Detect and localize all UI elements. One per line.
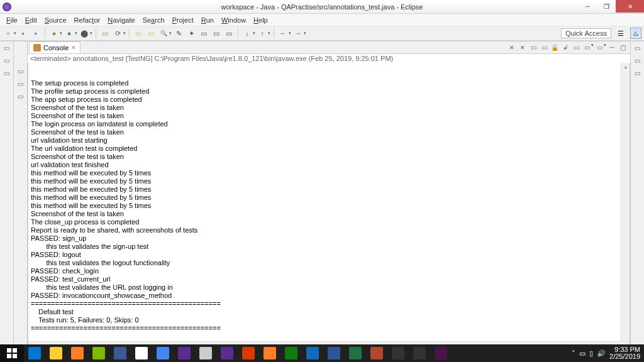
taskbar-app[interactable] <box>259 344 280 362</box>
dropdown-icon[interactable]: ▾ <box>60 31 62 36</box>
console-output[interactable]: The setup process is completedThe profil… <box>28 63 630 351</box>
remove-all-button[interactable]: ▭ <box>528 43 538 53</box>
taskbar-app[interactable] <box>109 344 131 362</box>
menu-help[interactable]: Help <box>250 16 272 24</box>
menu-project[interactable]: Project <box>169 16 197 24</box>
dropdown-icon[interactable]: ▾ <box>304 31 306 36</box>
taskbar-app[interactable] <box>88 344 109 362</box>
tray-up-icon[interactable]: ˄ <box>572 349 575 358</box>
terminate-button[interactable] <box>507 43 517 53</box>
minimize-view-button[interactable]: ─ <box>607 43 617 53</box>
menu-navigate[interactable]: Navigate <box>104 16 138 24</box>
toggle-button[interactable]: ✎ <box>173 28 184 39</box>
scroll-lock-button[interactable]: 🔒 <box>550 43 560 53</box>
maximize-button[interactable]: ❐ <box>597 0 616 13</box>
close-tab-icon[interactable]: ✕ <box>71 45 76 51</box>
taskbar-app[interactable] <box>216 344 238 362</box>
menu-run[interactable]: Run <box>197 16 218 24</box>
task-list-icon[interactable]: ▭ <box>633 56 642 65</box>
display-console-button[interactable]: ▭ <box>582 43 592 53</box>
perspective-java-ee[interactable]: ☰ <box>615 28 626 39</box>
search-button[interactable] <box>158 28 169 39</box>
taskbar-app[interactable] <box>45 344 67 362</box>
taskbar-app[interactable] <box>323 344 345 362</box>
taskbar-app[interactable] <box>195 344 216 362</box>
save-all-button[interactable] <box>30 28 42 39</box>
dropdown-icon[interactable]: ▾ <box>289 31 291 36</box>
open-task-button[interactable] <box>145 28 157 39</box>
taskbar-app[interactable] <box>238 344 259 362</box>
maximize-view-button[interactable]: ▢ <box>618 43 628 53</box>
wand-button[interactable]: ✦ <box>186 28 197 39</box>
taskbar-app[interactable] <box>152 344 174 362</box>
outline-icon[interactable]: ▭ <box>633 69 642 77</box>
menu-search[interactable]: Search <box>139 16 169 24</box>
console-line: this method will be executed by 5 times <box>31 202 627 210</box>
forward-button[interactable]: → <box>292 28 304 39</box>
next-annotation-button[interactable]: ↓ <box>242 28 253 39</box>
dropdown-icon[interactable]: ▾ <box>169 31 172 36</box>
open-console-button[interactable]: ▭ <box>594 43 604 53</box>
start-button[interactable] <box>0 344 24 362</box>
dropdown-icon[interactable]: ▾ <box>90 31 92 36</box>
system-tray[interactable]: ˄ ▭ ▯ 🔊 9:33 PM 2/25/2019 <box>572 346 644 360</box>
quick-access[interactable]: Quick Access <box>561 28 611 38</box>
taskbar-app[interactable] <box>409 344 430 362</box>
menu-bar: File Edit Source Refactor Navigate Searc… <box>0 14 644 26</box>
dropdown-icon[interactable]: ▾ <box>14 31 16 36</box>
package-explorer-icon[interactable]: ▭ <box>3 56 11 65</box>
taskbar-app[interactable] <box>280 344 302 362</box>
taskbar-app[interactable] <box>67 344 88 362</box>
taskbar-app[interactable] <box>302 344 323 362</box>
vertical-scrollbar[interactable]: ▴ <box>621 63 630 341</box>
menu-window[interactable]: Window <box>218 16 250 24</box>
tab-console[interactable]: Console ✕ <box>29 41 80 53</box>
shift-right-button[interactable]: ▭ <box>211 28 222 39</box>
menu-source[interactable]: Source <box>41 16 70 24</box>
restore-icon[interactable]: ▭ <box>16 67 25 75</box>
taskbar-app[interactable] <box>24 344 45 362</box>
volume-icon[interactable]: 🔊 <box>597 349 606 358</box>
javadoc-icon[interactable]: ▭ <box>16 92 25 101</box>
clear-console-button[interactable]: ▭ <box>539 43 549 53</box>
dropdown-icon[interactable]: ▾ <box>253 31 255 36</box>
new-package-button[interactable] <box>99 28 111 39</box>
minimize-button[interactable]: ─ <box>578 0 597 13</box>
menu-file[interactable]: File <box>3 16 21 24</box>
taskbar-app[interactable] <box>345 344 366 362</box>
hierarchy-icon[interactable]: ▭ <box>3 69 11 77</box>
paste-button[interactable]: ▭ <box>198 28 209 39</box>
prev-annotation-button[interactable]: ↑ <box>257 28 268 39</box>
dropdown-icon[interactable]: ▾ <box>123 31 126 36</box>
console-line: PASSED: check_login <box>31 267 627 275</box>
problems-icon[interactable]: ▭ <box>16 79 25 88</box>
coverage-button[interactable]: ⬤ <box>79 28 90 39</box>
dropdown-icon[interactable]: ▾ <box>75 31 77 36</box>
taskbar-app[interactable] <box>430 344 452 362</box>
clock[interactable]: 9:33 PM 2/25/2019 <box>609 346 640 360</box>
taskbar-app[interactable] <box>131 344 152 362</box>
build-button[interactable] <box>112 28 123 39</box>
perspective-java[interactable]: ♨ <box>630 28 641 39</box>
taskbar-app[interactable] <box>387 344 409 362</box>
taskbar-app[interactable] <box>366 344 387 362</box>
back-button[interactable]: ← <box>277 28 289 39</box>
save-button[interactable] <box>18 28 29 39</box>
taskbar-app[interactable] <box>174 344 195 362</box>
open-type-button[interactable] <box>133 28 144 39</box>
restore-icon[interactable]: ▭ <box>3 43 11 52</box>
menu-edit[interactable]: Edit <box>21 16 41 24</box>
remove-launch-button[interactable] <box>518 43 528 53</box>
run-button[interactable] <box>64 28 75 39</box>
pin-console-button[interactable]: ▭ <box>571 43 581 53</box>
dropdown-icon[interactable]: ▾ <box>268 31 270 36</box>
restore-icon[interactable]: ▭ <box>633 43 642 52</box>
word-wrap-button[interactable]: ↲ <box>560 43 570 53</box>
menu-refactor[interactable]: Refactor <box>70 16 104 24</box>
battery-icon[interactable]: ▯ <box>589 349 593 358</box>
new-button[interactable] <box>3 28 14 39</box>
shift-left-button[interactable]: ▭ <box>223 28 235 39</box>
debug-button[interactable] <box>48 28 60 39</box>
close-button[interactable]: ✕ <box>616 0 644 13</box>
action-center-icon[interactable]: ▭ <box>579 349 586 358</box>
